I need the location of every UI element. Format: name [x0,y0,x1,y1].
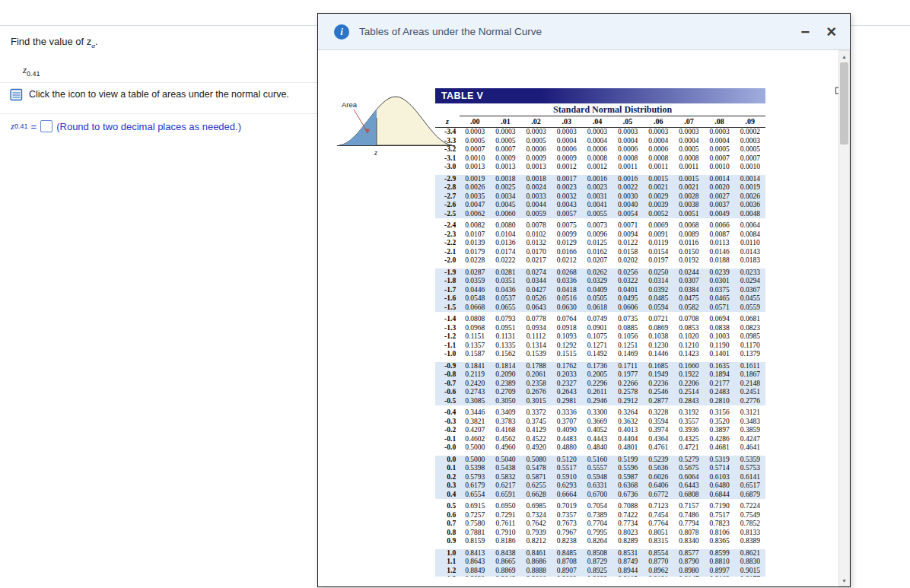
table-row: -0.50.30850.30500.30150.29810.29460.2912… [435,397,765,406]
probability-cell: 0.3783 [490,418,520,427]
probability-cell: 0.2389 [490,380,520,389]
probability-cell: 0.0069 [643,221,673,230]
z-value: 0.4 [435,491,460,500]
probability-cell: 0.0222 [490,256,520,265]
z-value: -3.0 [435,163,460,172]
probability-cell: 0.5279 [673,456,704,465]
probability-cell: 0.7764 [643,520,673,529]
probability-cell: 0.8643 [460,558,490,567]
probability-cell: 0.2776 [735,397,765,406]
table-row: 1.10.86430.86650.86860.87080.87290.87490… [435,558,765,567]
probability-cell: 0.0029 [643,192,673,202]
probability-cell: 0.1469 [612,350,643,359]
probability-cell: 0.2946 [582,397,612,406]
probability-cell: 0.0006 [582,145,612,154]
probability-cell: 0.6915 [460,502,490,511]
probability-cell: 0.8577 [673,549,704,558]
probability-cell: 0.1112 [520,332,551,342]
z-value: -0.5 [435,397,460,406]
probability-cell: 0.9066 [520,575,551,577]
probability-cell: 0.7157 [673,502,704,511]
probability-cell: 0.3121 [735,408,765,418]
probability-cell: 0.6517 [735,482,765,491]
probability-cell: 0.1492 [582,350,612,359]
probability-cell: 0.0392 [643,286,673,295]
z-value: -1.5 [435,304,460,313]
probability-cell: 0.1894 [705,370,735,380]
probability-cell: 0.0038 [673,201,704,210]
probability-cell: 0.0559 [735,304,765,313]
probability-cell: 0.0322 [612,277,643,286]
probability-cell: 0.0188 [705,256,735,265]
probability-cell: 0.0344 [520,277,551,286]
probability-cell: 0.8508 [582,549,612,558]
z-value: 1.2 [435,567,460,576]
probability-cell: 0.3336 [552,408,582,418]
z-value: -1.3 [435,324,460,333]
probability-cell: 0.0197 [643,256,673,265]
probability-cell: 0.1020 [673,332,704,342]
scroll-thumb[interactable] [840,62,848,145]
table-row: -1.40.08080.07930.07780.07640.07490.0735… [435,315,765,324]
scrollbar[interactable]: ▲ ▼ [838,50,850,586]
dialog-content: Area z TABLE V Standard Normal Distribut… [318,50,850,586]
probability-cell: 0.4325 [673,435,704,444]
table-row: -2.90.00190.00180.00180.00170.00160.0016… [435,175,765,184]
table-row: -3.30.00050.00050.00050.00040.00040.0004… [435,137,765,146]
z-value: 0.2 [435,473,460,482]
probability-cell: 0.9162 [705,575,735,577]
probability-cell: 0.7088 [612,502,643,511]
probability-cell: 0.7995 [582,529,612,538]
probability-cell: 0.0004 [643,137,673,146]
probability-cell: 0.2810 [705,397,735,406]
scroll-up-arrow[interactable]: ▲ [839,51,849,62]
probability-cell: 0.0618 [582,304,612,313]
probability-cell: 0.5871 [520,473,551,482]
probability-cell: 0.0764 [552,315,582,324]
minimize-button[interactable]: − [800,24,810,40]
z-value: 0.7 [435,520,460,529]
probability-cell: 0.0116 [673,239,704,248]
probability-cell: 0.5948 [582,473,612,482]
probability-cell: 0.0035 [460,192,490,202]
probability-cell: 0.0004 [552,137,582,146]
probability-cell: 0.8051 [643,529,673,538]
probability-cell: 0.3483 [735,418,765,427]
probability-cell: 0.0207 [582,256,612,265]
probability-cell: 0.6554 [460,491,490,500]
probability-cell: 0.0132 [520,239,551,248]
column-header: z [435,116,460,128]
row-group: 0.00.50000.50400.50800.51200.51600.51990… [435,456,765,500]
probability-cell: 0.6950 [490,502,520,511]
table-link-row: Click the icon to view a table of areas … [10,89,314,101]
probability-cell: 0.0287 [460,269,490,278]
probability-cell: 0.0003 [552,128,582,137]
probability-cell: 0.2420 [460,380,490,389]
answer-input[interactable] [40,120,52,132]
table-row: 0.30.61790.62170.62550.62930.63310.63680… [435,482,765,491]
probability-cell: 0.1762 [552,362,582,371]
probability-cell: 0.2877 [643,397,673,406]
probability-cell: 0.0968 [460,324,490,333]
probability-cell: 0.0294 [735,277,765,286]
scroll-down-arrow[interactable]: ▼ [839,575,849,586]
probability-cell: 0.1814 [490,362,520,371]
probability-cell: 0.1401 [705,350,735,359]
probability-cell: 0.0012 [582,163,612,172]
probability-cell: 0.0044 [520,201,551,210]
probability-cell: 0.6217 [490,482,520,491]
probability-cell: 0.0307 [673,277,704,286]
probability-cell: 0.2119 [460,370,490,380]
table-icon[interactable] [10,88,23,101]
probability-cell: 0.0436 [490,286,520,295]
probability-cell: 0.0021 [643,183,673,192]
table-row: -2.70.00350.00340.00330.00320.00310.0030… [435,192,765,202]
probability-cell: 0.1210 [673,342,704,351]
probability-cell: 0.0104 [490,230,520,240]
probability-cell: 0.8389 [735,537,765,546]
z-value: -2.8 [435,183,460,192]
probability-cell: 0.8078 [673,529,704,538]
close-button[interactable]: × [826,24,836,40]
probability-cell: 0.0091 [643,230,673,240]
probability-cell: 0.5199 [612,456,643,465]
